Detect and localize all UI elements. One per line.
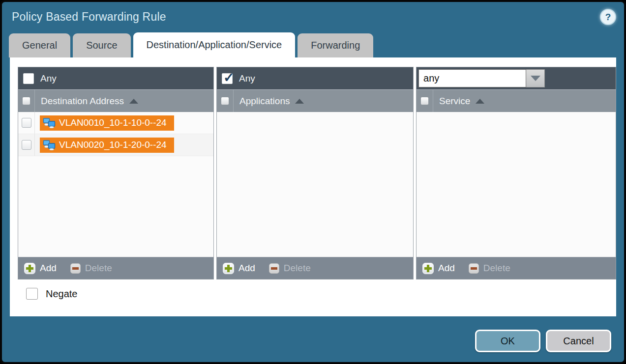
destination-any-label: Any [40,73,57,84]
network-address-icon [43,118,56,128]
add-icon [223,263,234,274]
title-bar: Policy Based Forwarding Rule ? [2,2,624,32]
page-title: Policy Based Forwarding Rule [12,10,166,24]
destination-any-checkbox[interactable] [23,73,34,84]
dialog-footer: OK Cancel [2,316,624,352]
negate-checkbox[interactable] [26,288,38,300]
sort-ascending-icon [476,99,484,104]
applications-any-bar: Any [217,67,413,89]
applications-any-checkbox[interactable] [222,73,233,84]
tab-bar: General Source Destination/Application/S… [9,32,624,57]
service-header-label: Service [439,96,470,107]
tab-source[interactable]: Source [73,33,130,57]
destination-header-label: Destination Address [41,96,124,107]
tab-forwarding[interactable]: Forwarding [298,33,373,57]
service-list [417,112,616,257]
applications-any-label: Any [239,73,255,84]
destination-item-vlan0010[interactable]: VLAN0010_10-1-10-0--24 [40,115,174,131]
service-dropdown-button[interactable] [526,69,545,87]
service-toolbar: Add Delete [417,257,616,279]
applications-delete-button[interactable]: Delete [269,263,311,274]
tab-destination-application-service[interactable]: Destination/Application/Service [133,32,296,57]
delete-icon [70,263,81,274]
tab-general[interactable]: General [9,33,70,57]
applications-select-all-checkbox[interactable] [221,97,229,105]
add-icon [422,263,434,274]
destination-delete-button[interactable]: Delete [70,263,112,274]
sort-ascending-icon [129,99,138,104]
destination-column-header: Destination Address [18,89,213,112]
service-combobox: any [418,69,545,87]
applications-list [217,112,413,257]
ok-button[interactable]: OK [475,330,540,352]
applications-toolbar: Add Delete [217,257,413,279]
destination-row2-checkbox[interactable] [22,140,31,150]
network-address-icon [43,140,56,150]
service-add-button[interactable]: Add [422,263,455,274]
delete-icon [469,263,479,274]
destination-any-bar: Any [18,67,213,89]
tab-content: Any Destination Address [10,57,616,316]
delete-icon [269,263,279,274]
destination-select-all-checkbox[interactable] [22,97,30,105]
applications-header-label: Applications [239,96,290,107]
service-dropdown-value[interactable]: any [418,69,526,87]
help-icon[interactable]: ? [600,9,616,25]
destination-item-label: VLAN0010_10-1-10-0--24 [59,117,167,128]
destination-toolbar: Add Delete [18,257,213,279]
destination-row1-checkbox[interactable] [22,118,31,128]
service-any-bar: any [417,67,616,89]
applications-panel: Any Applications Add [216,67,414,280]
destination-item-vlan0020[interactable]: VLAN0020_10-1-20-0--24 [40,138,174,153]
cancel-button[interactable]: Cancel [546,330,611,352]
add-icon [24,263,35,274]
service-panel: any Service [416,67,616,280]
destination-list: VLAN0010_10-1-10-0--24 VLAN [18,112,213,257]
service-delete-button[interactable]: Delete [469,263,510,274]
service-column-header: Service [417,89,616,112]
destination-sort-header[interactable]: Destination Address [35,90,213,112]
negate-label: Negate [46,288,78,300]
applications-sort-header[interactable]: Applications [234,90,413,112]
applications-add-button[interactable]: Add [223,263,255,274]
chevron-down-icon [531,76,540,81]
destination-add-button[interactable]: Add [24,263,57,274]
table-row: VLAN0020_10-1-20-0--24 [18,134,213,156]
sort-ascending-icon [295,99,304,104]
service-sort-header[interactable]: Service [433,90,616,112]
table-row: VLAN0010_10-1-10-0--24 [18,112,213,134]
destination-item-label: VLAN0020_10-1-20-0--24 [59,140,167,150]
negate-row: Negate [26,288,616,300]
destination-address-panel: Any Destination Address [18,67,214,280]
applications-column-header: Applications [217,89,413,112]
service-select-all-checkbox[interactable] [420,97,429,105]
panels: Any Destination Address [18,67,616,280]
pbf-rule-dialog: Policy Based Forwarding Rule ? General S… [0,0,626,364]
